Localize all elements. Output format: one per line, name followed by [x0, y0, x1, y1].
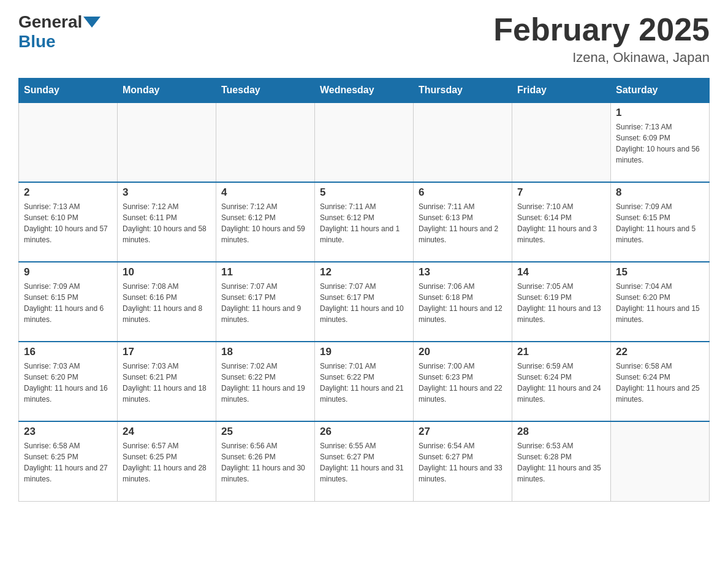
- day-number: 20: [419, 346, 507, 358]
- day-number: 6: [419, 186, 507, 199]
- day-info: Sunrise: 7:11 AMSunset: 6:13 PMDaylight:…: [419, 201, 507, 245]
- day-cell: 9Sunrise: 7:09 AMSunset: 6:15 PMDaylight…: [19, 262, 118, 342]
- day-cell: [19, 102, 118, 182]
- day-number: 13: [419, 266, 507, 278]
- day-info: Sunrise: 7:13 AMSunset: 6:10 PMDaylight:…: [24, 201, 112, 245]
- weekday-header-thursday: Thursday: [414, 79, 512, 103]
- day-info: Sunrise: 7:06 AMSunset: 6:18 PMDaylight:…: [419, 281, 507, 325]
- day-info: Sunrise: 7:04 AMSunset: 6:20 PMDaylight:…: [616, 281, 704, 325]
- weekday-header-tuesday: Tuesday: [216, 79, 315, 103]
- day-cell: 17Sunrise: 7:03 AMSunset: 6:21 PMDayligh…: [118, 342, 216, 421]
- day-info: Sunrise: 7:00 AMSunset: 6:23 PMDaylight:…: [419, 361, 507, 405]
- day-cell: 23Sunrise: 6:58 AMSunset: 6:25 PMDayligh…: [19, 421, 118, 501]
- logo-text: General: [18, 12, 102, 32]
- day-number: 12: [320, 266, 408, 278]
- day-info: Sunrise: 6:53 AMSunset: 6:28 PMDaylight:…: [517, 440, 605, 484]
- day-cell: [512, 102, 611, 182]
- day-info: Sunrise: 7:09 AMSunset: 6:15 PMDaylight:…: [616, 201, 704, 245]
- day-cell: [216, 102, 315, 182]
- weekday-header-saturday: Saturday: [611, 79, 710, 103]
- day-cell: [118, 102, 216, 182]
- day-number: 16: [24, 346, 112, 358]
- day-info: Sunrise: 6:58 AMSunset: 6:25 PMDaylight:…: [24, 440, 112, 484]
- day-number: 3: [123, 186, 211, 199]
- day-cell: 12Sunrise: 7:07 AMSunset: 6:17 PMDayligh…: [315, 262, 414, 342]
- day-cell: [315, 102, 414, 182]
- day-info: Sunrise: 6:59 AMSunset: 6:24 PMDaylight:…: [517, 361, 605, 405]
- day-cell: 3Sunrise: 7:12 AMSunset: 6:11 PMDaylight…: [118, 182, 216, 262]
- day-cell: 22Sunrise: 6:58 AMSunset: 6:24 PMDayligh…: [611, 342, 710, 421]
- day-cell: 18Sunrise: 7:02 AMSunset: 6:22 PMDayligh…: [216, 342, 315, 421]
- week-row-3: 9Sunrise: 7:09 AMSunset: 6:15 PMDaylight…: [19, 262, 710, 342]
- day-info: Sunrise: 7:12 AMSunset: 6:12 PMDaylight:…: [221, 201, 309, 245]
- day-number: 17: [123, 346, 211, 358]
- weekday-header-sunday: Sunday: [19, 79, 118, 103]
- day-info: Sunrise: 7:10 AMSunset: 6:14 PMDaylight:…: [517, 201, 605, 245]
- day-cell: 26Sunrise: 6:55 AMSunset: 6:27 PMDayligh…: [315, 421, 414, 501]
- day-number: 9: [24, 266, 112, 278]
- location-title: Izena, Okinawa, Japan: [493, 50, 710, 66]
- logo-blue: Blue: [18, 32, 56, 52]
- day-number: 25: [221, 426, 309, 438]
- day-cell: 4Sunrise: 7:12 AMSunset: 6:12 PMDaylight…: [216, 182, 315, 262]
- week-row-1: 1Sunrise: 7:13 AMSunset: 6:09 PMDaylight…: [19, 102, 710, 182]
- day-info: Sunrise: 7:02 AMSunset: 6:22 PMDaylight:…: [221, 361, 309, 405]
- day-info: Sunrise: 7:03 AMSunset: 6:21 PMDaylight:…: [123, 361, 211, 405]
- day-cell: 27Sunrise: 6:54 AMSunset: 6:27 PMDayligh…: [414, 421, 512, 501]
- weekday-header-monday: Monday: [118, 79, 216, 103]
- day-cell: 20Sunrise: 7:00 AMSunset: 6:23 PMDayligh…: [414, 342, 512, 421]
- day-number: 19: [320, 346, 408, 358]
- day-cell: 6Sunrise: 7:11 AMSunset: 6:13 PMDaylight…: [414, 182, 512, 262]
- day-number: 27: [419, 426, 507, 438]
- day-info: Sunrise: 6:55 AMSunset: 6:27 PMDaylight:…: [320, 440, 408, 484]
- week-row-2: 2Sunrise: 7:13 AMSunset: 6:10 PMDaylight…: [19, 182, 710, 262]
- day-number: 23: [24, 426, 112, 438]
- day-cell: 21Sunrise: 6:59 AMSunset: 6:24 PMDayligh…: [512, 342, 611, 421]
- day-cell: 11Sunrise: 7:07 AMSunset: 6:17 PMDayligh…: [216, 262, 315, 342]
- day-number: 28: [517, 426, 605, 438]
- day-info: Sunrise: 7:11 AMSunset: 6:12 PMDaylight:…: [320, 201, 408, 245]
- day-number: 14: [517, 266, 605, 278]
- weekday-header-friday: Friday: [512, 79, 611, 103]
- day-number: 2: [24, 186, 112, 199]
- day-cell: 25Sunrise: 6:56 AMSunset: 6:26 PMDayligh…: [216, 421, 315, 501]
- day-cell: [414, 102, 512, 182]
- logo-arrow-icon: [83, 17, 100, 28]
- day-number: 26: [320, 426, 408, 438]
- day-cell: 16Sunrise: 7:03 AMSunset: 6:20 PMDayligh…: [19, 342, 118, 421]
- day-info: Sunrise: 6:56 AMSunset: 6:26 PMDaylight:…: [221, 440, 309, 484]
- day-number: 15: [616, 266, 704, 278]
- day-number: 22: [616, 346, 704, 358]
- day-info: Sunrise: 6:54 AMSunset: 6:27 PMDaylight:…: [419, 440, 507, 484]
- day-number: 7: [517, 186, 605, 199]
- page-header: General Blue February 2025 Izena, Okinaw…: [18, 12, 710, 66]
- week-row-4: 16Sunrise: 7:03 AMSunset: 6:20 PMDayligh…: [19, 342, 710, 421]
- day-cell: 14Sunrise: 7:05 AMSunset: 6:19 PMDayligh…: [512, 262, 611, 342]
- day-cell: 28Sunrise: 6:53 AMSunset: 6:28 PMDayligh…: [512, 421, 611, 501]
- day-info: Sunrise: 7:08 AMSunset: 6:16 PMDaylight:…: [123, 281, 211, 325]
- day-number: 1: [616, 107, 704, 119]
- week-row-5: 23Sunrise: 6:58 AMSunset: 6:25 PMDayligh…: [19, 421, 710, 501]
- day-info: Sunrise: 7:03 AMSunset: 6:20 PMDaylight:…: [24, 361, 112, 405]
- day-info: Sunrise: 6:58 AMSunset: 6:24 PMDaylight:…: [616, 361, 704, 405]
- day-cell: 5Sunrise: 7:11 AMSunset: 6:12 PMDaylight…: [315, 182, 414, 262]
- day-cell: [611, 421, 710, 501]
- title-block: February 2025 Izena, Okinawa, Japan: [493, 12, 710, 66]
- day-cell: 7Sunrise: 7:10 AMSunset: 6:14 PMDaylight…: [512, 182, 611, 262]
- day-number: 21: [517, 346, 605, 358]
- day-cell: 19Sunrise: 7:01 AMSunset: 6:22 PMDayligh…: [315, 342, 414, 421]
- day-info: Sunrise: 7:13 AMSunset: 6:09 PMDaylight:…: [616, 121, 704, 166]
- day-info: Sunrise: 7:07 AMSunset: 6:17 PMDaylight:…: [221, 281, 309, 325]
- day-cell: 2Sunrise: 7:13 AMSunset: 6:10 PMDaylight…: [19, 182, 118, 262]
- day-cell: 10Sunrise: 7:08 AMSunset: 6:16 PMDayligh…: [118, 262, 216, 342]
- day-number: 5: [320, 186, 408, 199]
- day-number: 4: [221, 186, 309, 199]
- day-number: 24: [123, 426, 211, 438]
- day-cell: 13Sunrise: 7:06 AMSunset: 6:18 PMDayligh…: [414, 262, 512, 342]
- day-cell: 15Sunrise: 7:04 AMSunset: 6:20 PMDayligh…: [611, 262, 710, 342]
- day-number: 18: [221, 346, 309, 358]
- day-number: 10: [123, 266, 211, 278]
- day-info: Sunrise: 7:09 AMSunset: 6:15 PMDaylight:…: [24, 281, 112, 325]
- day-info: Sunrise: 7:12 AMSunset: 6:11 PMDaylight:…: [123, 201, 211, 245]
- day-info: Sunrise: 7:05 AMSunset: 6:19 PMDaylight:…: [517, 281, 605, 325]
